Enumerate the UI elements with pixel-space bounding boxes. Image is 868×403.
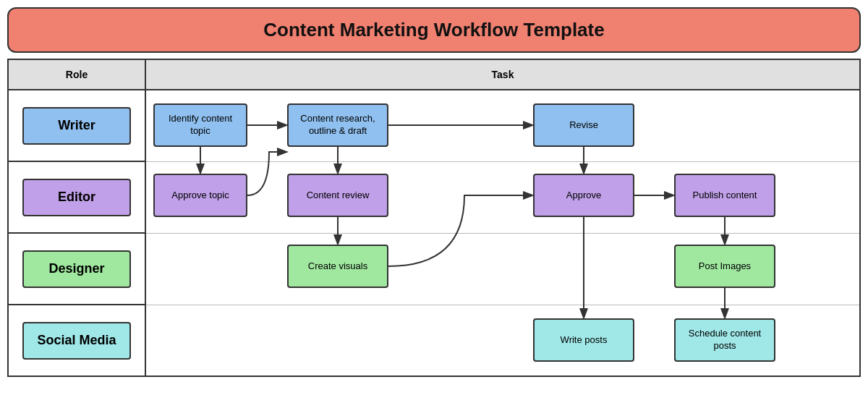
task-column: Task Identify content topic Content rese… [146,60,859,376]
role-cell-designer: Designer [9,234,145,305]
workflow-grid: Role Writer Editor Designer Social Media [7,59,861,377]
page-container: Content Marketing Workflow Template Role… [0,7,868,377]
task-revise: Revise [533,103,634,147]
role-social-box: Social Media [22,322,131,360]
task-header: Task [146,60,859,90]
task-create-visuals: Create visuals [287,245,388,288]
role-editor-box: Editor [22,179,131,216]
task-content-review: Content review [287,174,388,217]
task-research: Content research, outline & draft [287,103,388,147]
task-identify: Identify content topic [153,103,247,147]
task-approve: Approve [533,174,634,217]
role-designer-box: Designer [22,250,131,288]
task-approve-topic: Approve topic [153,174,247,217]
header-banner: Content Marketing Workflow Template [7,7,861,53]
role-header: Role [9,60,145,90]
row-divider-writer [146,90,859,162]
task-canvas: Identify content topic Content research,… [146,90,859,376]
task-write-posts: Write posts [533,318,634,362]
role-cell-social: Social Media [9,305,145,376]
task-schedule: Schedule content posts [674,318,775,362]
role-column: Role Writer Editor Designer Social Media [9,60,146,376]
role-writer-box: Writer [22,107,131,145]
role-designer-label: Designer [48,261,104,276]
role-editor-label: Editor [58,190,95,205]
role-cell-editor: Editor [9,162,145,234]
header-title: Content Marketing Workflow Template [263,19,604,41]
role-cell-writer: Writer [9,90,145,162]
role-social-label: Social Media [37,333,116,348]
task-post-images: Post Images [674,245,775,288]
role-writer-label: Writer [58,118,95,133]
task-publish: Publish content [674,174,775,217]
